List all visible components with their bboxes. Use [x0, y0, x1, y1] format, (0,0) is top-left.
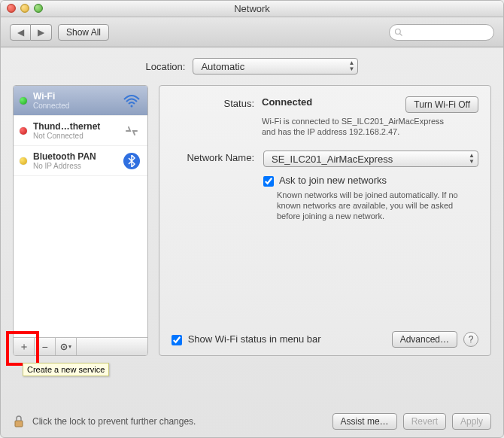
status-dot-icon [20, 157, 27, 165]
thunderbolt-ethernet-icon [122, 121, 141, 141]
forward-button[interactable]: ▶ [31, 24, 52, 41]
location-popup[interactable]: Automatic ▲▼ [193, 58, 358, 75]
revert-button[interactable]: Revert [403, 413, 446, 430]
toolbar: ◀ ▶ Show All [1, 17, 503, 47]
sidebar-item-name: Wi-Fi [33, 91, 116, 102]
status-dot-icon [20, 127, 27, 135]
svg-point-0 [396, 29, 401, 34]
back-button[interactable]: ◀ [10, 24, 31, 41]
window-title: Network [234, 3, 270, 14]
status-value: Connected [262, 96, 312, 108]
location-value: Automatic [201, 61, 244, 72]
bluetooth-icon [122, 151, 141, 171]
network-name-value: SE_ILC201_AirMacExpress [272, 154, 393, 165]
sidebar-item-name: Thund…thernet [33, 121, 116, 132]
svg-point-2 [131, 105, 133, 107]
lock-icon[interactable] [13, 415, 25, 427]
sidebar-item-sub: Not Connected [33, 132, 116, 140]
help-button[interactable]: ? [463, 332, 478, 347]
search-field[interactable] [389, 24, 494, 41]
titlebar: Network [1, 1, 503, 17]
status-detail: Wi-Fi is connected to SE_ILC201_AirMacEx… [262, 116, 457, 137]
search-icon [394, 28, 403, 37]
popup-arrows-icon: ▲▼ [469, 153, 475, 165]
sidebar-item-wifi[interactable]: Wi-Fi Connected [14, 86, 147, 116]
status-label: Status: [172, 96, 254, 109]
network-name-label: Network Name: [172, 151, 254, 221]
show-status-checkbox[interactable]: Show Wi-Fi status in menu bar [172, 333, 321, 345]
turn-wifi-off-button[interactable]: Turn Wi-Fi Off [405, 96, 478, 113]
svg-line-1 [400, 33, 402, 35]
minimize-window-button[interactable] [20, 4, 29, 13]
close-window-button[interactable] [7, 4, 16, 13]
ask-to-join-detail: Known networks will be joined automatica… [277, 190, 472, 221]
add-service-button[interactable]: ＋ [14, 338, 35, 355]
add-service-tooltip: Create a new service [23, 363, 109, 376]
ask-to-join-label: Ask to join new networks [279, 175, 387, 186]
ask-to-join-input[interactable] [263, 176, 274, 187]
advanced-button[interactable]: Advanced… [392, 331, 457, 348]
show-status-label: Show Wi-Fi status in menu bar [188, 333, 321, 345]
main-panel: Status: Connected Turn Wi-Fi Off Wi-Fi i… [159, 85, 491, 356]
popup-arrows-icon: ▲▼ [348, 60, 354, 72]
wifi-icon [122, 91, 141, 111]
location-label: Location: [146, 61, 186, 72]
show-all-button[interactable]: Show All [58, 24, 109, 41]
gear-dropdown-icon [60, 342, 72, 351]
sidebar-item-thunderbolt-ethernet[interactable]: Thund…thernet Not Connected [14, 116, 147, 146]
sidebar-item-sub: No IP Address [33, 162, 116, 170]
status-dot-icon [20, 97, 27, 105]
assist-me-button[interactable]: Assist me… [332, 413, 397, 430]
sidebar-item-sub: Connected [33, 102, 116, 110]
svg-point-4 [63, 346, 65, 348]
sidebar-item-name: Bluetooth PAN [33, 151, 116, 162]
zoom-window-button[interactable] [34, 4, 43, 13]
apply-button[interactable]: Apply [452, 413, 491, 430]
service-actions-button[interactable] [56, 338, 77, 355]
svg-rect-5 [15, 421, 23, 427]
sidebar-item-bluetooth-pan[interactable]: Bluetooth PAN No IP Address [14, 146, 147, 176]
network-name-popup[interactable]: SE_ILC201_AirMacExpress ▲▼ [263, 151, 478, 167]
service-sidebar: Wi-Fi Connected Thund…thernet Not Connec… [13, 85, 148, 356]
ask-to-join-checkbox[interactable]: Ask to join new networks [263, 175, 387, 186]
show-status-input[interactable] [172, 335, 182, 345]
lock-text: Click the lock to prevent further change… [32, 416, 196, 427]
remove-service-button[interactable]: − [35, 338, 56, 355]
